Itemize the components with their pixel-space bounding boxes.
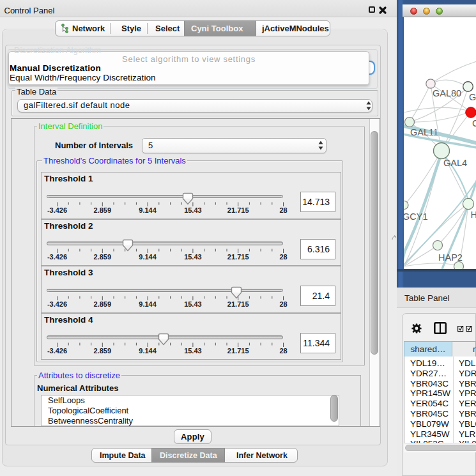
svg-text:GAL80: GAL80 xyxy=(433,88,461,98)
svg-text:GAL11: GAL11 xyxy=(410,127,438,137)
svg-text:GA: GA xyxy=(469,92,476,102)
svg-text:C: C xyxy=(472,118,476,128)
svg-text:GAL4: GAL4 xyxy=(443,158,467,168)
svg-text:HAP2: HAP2 xyxy=(438,252,463,263)
svg-text:GCY1: GCY1 xyxy=(404,211,428,222)
svg-text:H: H xyxy=(471,210,476,220)
